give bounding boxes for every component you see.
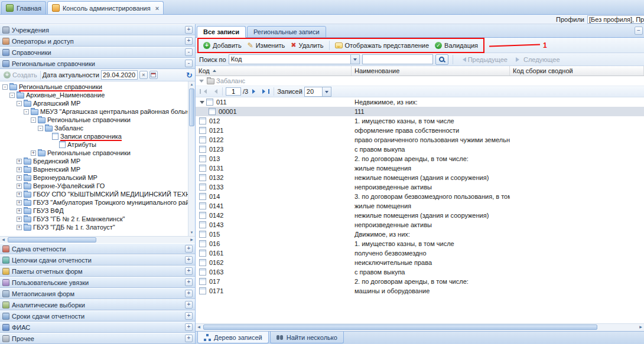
grid-row[interactable]: 011 Недвижимое, из них: xyxy=(196,97,644,107)
profiles-combo[interactable]: [Без профиля], Профи xyxy=(587,15,644,24)
tree-node[interactable]: + Региональные справочники xyxy=(2,149,187,157)
panel-expand-button[interactable]: + xyxy=(185,37,193,45)
scroll-right-arrow[interactable] xyxy=(638,324,644,330)
first-page-button[interactable] xyxy=(199,87,208,96)
grid-row[interactable]: 0131 жилые помещения xyxy=(196,163,644,173)
scrollbar-thumb[interactable] xyxy=(8,237,96,243)
tree-expander-icon[interactable]: - xyxy=(9,93,15,98)
validation-button[interactable]: Валидация xyxy=(432,40,480,51)
panel-expand-button[interactable]: + xyxy=(185,290,193,297)
sidebar-panel[interactable]: Пользовательские увязки + xyxy=(0,277,195,288)
edit-button[interactable]: Изменить xyxy=(245,40,288,51)
panel-expand-button[interactable]: + xyxy=(185,335,193,342)
tree-expander-icon[interactable]: - xyxy=(2,84,8,90)
tree-expander-icon[interactable]: + xyxy=(17,192,22,197)
chevron-down-icon[interactable] xyxy=(322,87,331,96)
tree-expander-icon[interactable]: - xyxy=(31,117,36,123)
bottom-tab[interactable]: Дерево записей xyxy=(197,332,269,343)
scroll-down-arrow[interactable] xyxy=(188,230,195,236)
page-number-input[interactable] xyxy=(226,87,241,96)
tree-node[interactable]: + ГБУЗ "ГБ № 2 г. Еманжелинск" xyxy=(2,215,187,223)
sidebar-panel[interactable]: Прочее + xyxy=(0,333,195,344)
window-tab[interactable]: Консоль администрирования xyxy=(47,1,164,14)
scrollbar-thumb[interactable] xyxy=(203,325,597,330)
grid-row[interactable]: 017 2. по договорам аренды, в том числе: xyxy=(196,277,644,286)
panel-expand-button[interactable]: - xyxy=(185,48,193,56)
sidebar-panel[interactable]: Сроки сдачи отчетности + xyxy=(0,310,195,322)
last-page-button[interactable] xyxy=(261,87,271,96)
bottom-tab[interactable]: Найти несколько xyxy=(270,332,344,343)
create-button[interactable]: Создать xyxy=(2,71,38,79)
main-tab[interactable]: Все записи xyxy=(197,26,246,38)
refresh-icon[interactable] xyxy=(186,71,193,79)
tree-expander-icon[interactable]: + xyxy=(31,150,36,156)
grid-row[interactable]: 015 Движимое, из них: xyxy=(196,230,644,239)
tree-expander-icon[interactable]: + xyxy=(17,217,22,222)
row-expander-icon[interactable] xyxy=(199,80,204,83)
panel-expand-button[interactable]: + xyxy=(185,279,193,286)
row-expander-icon[interactable] xyxy=(200,101,204,104)
tree-horizontal-scrollbar[interactable] xyxy=(0,236,195,243)
actual-date-input[interactable] xyxy=(101,70,138,80)
tree-node[interactable]: + Брединский МР xyxy=(2,157,187,165)
tree-expander-icon[interactable] xyxy=(45,134,50,139)
prev-page-button[interactable] xyxy=(210,87,219,96)
main-tab[interactable]: Региональные записи xyxy=(247,26,326,38)
tree-node[interactable]: - Региональные справочники xyxy=(2,83,187,91)
tree-expander-icon[interactable]: + xyxy=(17,225,22,230)
tree-expander-icon[interactable] xyxy=(52,142,57,148)
sidebar-panel[interactable]: Метаописания форм + xyxy=(0,288,195,299)
tree-node[interactable]: - Архивные_Наименование xyxy=(2,91,187,99)
tree-node[interactable]: Записи справочника xyxy=(2,132,187,140)
grid-row[interactable]: 0132 нежилые помещения (здания и сооруже… xyxy=(196,173,644,182)
scroll-right-arrow[interactable] xyxy=(188,237,195,243)
sidebar-panel-regional-dictionaries[interactable]: Региональные справочники - xyxy=(0,58,195,69)
panel-expand-button[interactable]: + xyxy=(185,256,193,264)
tree-node[interactable]: + ГБУЗ ВФД xyxy=(2,207,187,215)
tree-expander-icon[interactable]: - xyxy=(38,126,43,131)
panel-collapse-button[interactable]: - xyxy=(185,60,193,67)
scrollbar-thumb[interactable] xyxy=(189,89,194,126)
grid-row[interactable]: 0163 с правом выкупа xyxy=(196,267,644,277)
delete-button[interactable]: Удалить xyxy=(288,40,326,51)
sidebar-panel[interactable]: Операторы и доступ + xyxy=(0,35,195,47)
tree-expander-icon[interactable]: - xyxy=(24,109,29,114)
grid-row[interactable]: 0141 жилые помещения xyxy=(196,201,644,211)
window-tab[interactable]: Главная xyxy=(1,1,46,14)
panel-expand-button[interactable]: + xyxy=(185,301,193,309)
tree-vertical-scrollbar[interactable] xyxy=(188,81,195,236)
panel-expand-button[interactable]: + xyxy=(185,245,193,253)
grid-row[interactable]: 0142 нежилые помещения (здания и сооруже… xyxy=(196,211,644,220)
grid-row[interactable]: 00001 111 xyxy=(196,107,644,116)
tree-node[interactable]: + Верхнеуральский МР xyxy=(2,173,187,182)
tree-node[interactable]: - Аргаяшский МР xyxy=(2,99,187,107)
column-header-assembly[interactable]: Код сборки сводной xyxy=(510,66,644,76)
sidebar-panel[interactable]: Сдача отчетности + xyxy=(0,243,195,254)
column-header-code[interactable]: Код xyxy=(196,66,352,76)
tree-expander-icon[interactable]: + xyxy=(17,184,22,189)
grid-row[interactable]: 0133 непроизведенные активы xyxy=(196,182,644,192)
grid-row[interactable]: 0123 с правом выкупа xyxy=(196,145,644,154)
next-button[interactable]: Следующее xyxy=(513,56,563,63)
grid-row[interactable]: 016 1. имущество казны, в том числе xyxy=(196,239,644,248)
chevron-down-icon[interactable] xyxy=(350,55,359,64)
column-header-name[interactable]: Наименование xyxy=(352,66,510,76)
tree-node[interactable]: + Варненский МР xyxy=(2,165,187,173)
grid-row[interactable]: 0161 получено безвозмездно xyxy=(196,248,644,258)
panel-expand-button[interactable]: + xyxy=(185,267,193,275)
scroll-left-arrow[interactable] xyxy=(196,324,202,330)
grid-root-node[interactable]: Забаланс xyxy=(196,76,644,86)
tree-expander-icon[interactable]: + xyxy=(17,208,22,214)
sidebar-panel[interactable]: Цепочки сдачи отчетности + xyxy=(0,254,195,266)
tree-node[interactable]: + ГБОУ СПО "КЫШТЫМСКИЙ МЕДИЦИНСКИЙ ТЕХНИ… xyxy=(2,190,187,198)
sidebar-panel[interactable]: Учреждения + xyxy=(0,24,195,35)
panel-expand-button[interactable]: + xyxy=(185,26,193,34)
clear-date-button[interactable] xyxy=(139,71,148,79)
grid-row[interactable]: 013 2. по договорам аренды, в том числе: xyxy=(196,154,644,163)
grid-row[interactable]: 0143 непроизведенные активы xyxy=(196,220,644,230)
previous-button[interactable]: Предыдущее xyxy=(457,56,510,63)
grid-row[interactable]: 0121 оформление права собственности xyxy=(196,126,644,135)
grid-row[interactable]: 014 3. по договорам безвозмездного польз… xyxy=(196,192,644,201)
scroll-left-arrow[interactable] xyxy=(0,237,6,243)
tree-expander-icon[interactable]: + xyxy=(17,175,22,181)
